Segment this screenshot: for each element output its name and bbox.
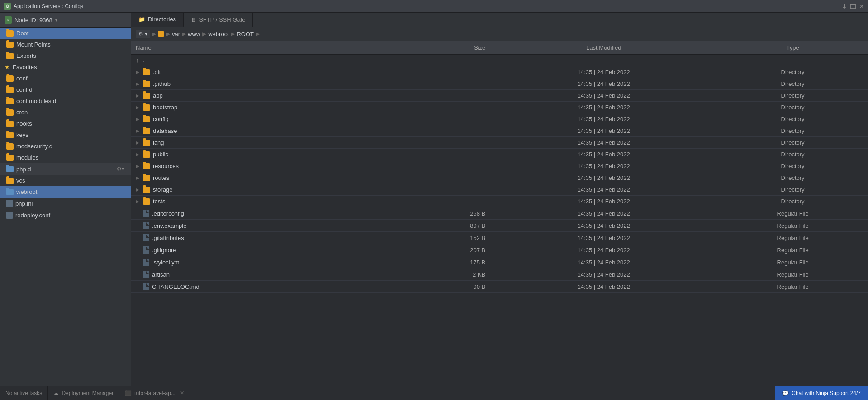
deployment-manager-button[interactable]: ☁ Deployment Manager: [48, 386, 119, 400]
file-size: 2 KB: [400, 268, 490, 281]
table-row[interactable]: .styleci.yml175 B14:35 | 24 Feb 2022Regu…: [131, 256, 868, 268]
path-webroot[interactable]: webroot: [208, 31, 229, 38]
table-row[interactable]: ▶.github14:35 | 24 Feb 2022Directory: [131, 78, 868, 90]
file-size: [400, 66, 490, 78]
col-type[interactable]: Type: [717, 41, 868, 55]
row-expand-icon[interactable]: ▶: [136, 105, 140, 110]
file-modified: 14:35 | 24 Feb 2022: [490, 78, 717, 90]
sidebar-item-conf[interactable]: conf: [0, 73, 131, 84]
minimize-icon[interactable]: ⬇: [842, 3, 847, 10]
folder-icon: [143, 93, 150, 99]
file-modified: 14:35 | 24 Feb 2022: [490, 102, 717, 113]
path-var[interactable]: var: [172, 31, 180, 38]
path-root[interactable]: ROOT: [237, 31, 254, 38]
tab-directories[interactable]: 📁 Directories: [131, 13, 184, 27]
row-expand-icon[interactable]: ▶: [136, 140, 140, 145]
table-row[interactable]: ▶public14:35 | 24 Feb 2022Directory: [131, 149, 868, 160]
table-row[interactable]: ▶app14:35 | 24 Feb 2022Directory: [131, 90, 868, 102]
table-row[interactable]: CHANGELOG.md90 B14:35 | 24 Feb 2022Regul…: [131, 281, 868, 293]
path-separator: ▶: [166, 31, 170, 37]
tab-label: Directories: [148, 16, 176, 23]
chevron-down-icon: ▾: [55, 18, 57, 23]
sidebar-item-exports[interactable]: Exports: [0, 50, 131, 61]
file-table: Name Size Last Modified Type ↑ ..: [131, 41, 868, 293]
row-expand-icon[interactable]: ▶: [136, 128, 140, 133]
file-size: [400, 184, 490, 196]
sidebar-item-keys[interactable]: keys: [0, 129, 131, 141]
row-expand-icon[interactable]: ▶: [136, 93, 140, 98]
col-name[interactable]: Name: [131, 41, 400, 55]
close-icon[interactable]: ✕: [859, 3, 864, 10]
table-row[interactable]: ▶bootstrap14:35 | 24 Feb 2022Directory: [131, 102, 868, 113]
sidebar-item-vcs[interactable]: vcs: [0, 175, 131, 186]
file-name: artisan: [152, 271, 170, 278]
row-expand-icon[interactable]: ▶: [136, 164, 140, 169]
sidebar-item-cron[interactable]: cron: [0, 107, 131, 118]
row-expand-icon[interactable]: ▶: [136, 70, 140, 75]
path-www[interactable]: www: [188, 31, 200, 38]
table-row[interactable]: ▶database14:35 | 24 Feb 2022Directory: [131, 125, 868, 137]
sidebar-item-modules[interactable]: modules: [0, 152, 131, 163]
file-name: app: [153, 92, 163, 99]
row-expand-icon[interactable]: ▶: [136, 152, 140, 157]
bottom-tab-item[interactable]: ⬛ tutor-laravel-ap... ✕: [119, 386, 190, 400]
table-row[interactable]: artisan2 KB14:35 | 24 Feb 2022Regular Fi…: [131, 268, 868, 281]
table-row[interactable]: .editorconfig258 B14:35 | 24 Feb 2022Reg…: [131, 207, 868, 220]
row-expand-icon[interactable]: ▶: [136, 117, 140, 122]
file-icon: [6, 200, 13, 207]
sidebar-item-mount-points[interactable]: Mount Points: [0, 39, 131, 50]
row-expand-icon[interactable]: ▶: [136, 81, 140, 86]
folder-icon: [6, 178, 14, 184]
star-icon: ★: [5, 64, 10, 71]
table-row[interactable]: ▶.git14:35 | 24 Feb 2022Directory: [131, 66, 868, 78]
sidebar-item-modsecurity-d[interactable]: modsecurity.d: [0, 141, 131, 152]
col-size[interactable]: Size: [400, 41, 490, 55]
node-header[interactable]: N Node ID: 9368 ▾: [0, 13, 131, 28]
table-row[interactable]: ▶lang14:35 | 24 Feb 2022Directory: [131, 137, 868, 149]
tab-sftp-ssh[interactable]: 🖥 SFTP / SSH Gate: [184, 13, 253, 27]
table-row[interactable]: ▶config14:35 | 24 Feb 2022Directory: [131, 113, 868, 125]
row-expand-icon[interactable]: ▶: [136, 175, 140, 180]
row-expand-icon[interactable]: ▶: [136, 187, 140, 192]
table-row[interactable]: .gitignore207 B14:35 | 24 Feb 2022Regula…: [131, 244, 868, 256]
sidebar-item-webroot[interactable]: webroot: [0, 186, 131, 198]
file-modified: 14:35 | 24 Feb 2022: [490, 172, 717, 184]
file-name: database: [153, 127, 177, 134]
folder-icon: [143, 198, 150, 205]
file-size: [400, 160, 490, 172]
chat-support-button[interactable]: 💬 Chat with Ninja Support 24/7: [775, 386, 868, 400]
file-modified: 14:35 | 24 Feb 2022: [490, 256, 717, 268]
sidebar-item-php-d[interactable]: php.d ⚙▾: [0, 163, 131, 175]
sidebar-item-redeploy-conf[interactable]: redeploy.conf: [0, 209, 131, 221]
deployment-label: Deployment Manager: [62, 390, 114, 396]
bottom-tab-close-icon[interactable]: ✕: [180, 390, 184, 396]
folder-icon: [6, 87, 14, 93]
sidebar-item-php-ini[interactable]: php.ini: [0, 198, 131, 209]
file-modified: 14:35 | 24 Feb 2022: [490, 244, 717, 256]
table-row[interactable]: ▶resources14:35 | 24 Feb 2022Directory: [131, 160, 868, 172]
sidebar-item-label: webroot: [16, 188, 126, 195]
row-expand-icon[interactable]: ▶: [136, 199, 140, 204]
tab-icon: ⬛: [125, 390, 132, 396]
file-modified: 14:35 | 24 Feb 2022: [490, 90, 717, 102]
col-modified[interactable]: Last Modified: [490, 41, 717, 55]
table-row[interactable]: .gitattributes152 B14:35 | 24 Feb 2022Re…: [131, 232, 868, 244]
maximize-icon[interactable]: 🗖: [850, 3, 856, 10]
sidebar-item-conf-modules-d[interactable]: conf.modules.d: [0, 95, 131, 107]
file-icon: [143, 283, 149, 290]
table-row[interactable]: ▶routes14:35 | 24 Feb 2022Directory: [131, 172, 868, 184]
sidebar-item-root[interactable]: Root: [0, 28, 131, 39]
path-settings-button[interactable]: ⚙ ▾: [136, 30, 150, 38]
table-row[interactable]: ▶storage14:35 | 24 Feb 2022Directory: [131, 184, 868, 196]
sidebar-item-conf-d[interactable]: conf.d: [0, 84, 131, 95]
table-row-parent[interactable]: ↑ ..: [131, 55, 868, 66]
table-row[interactable]: ▶tests14:35 | 24 Feb 2022Directory: [131, 196, 868, 207]
file-name: .editorconfig: [152, 210, 184, 217]
sidebar-item-label: cron: [16, 109, 126, 116]
sidebar-item-label: Exports: [16, 52, 126, 59]
table-row[interactable]: .env.example897 B14:35 | 24 Feb 2022Regu…: [131, 220, 868, 232]
sidebar-item-hooks[interactable]: hooks: [0, 118, 131, 129]
right-panel: 📁 Directories 🖥 SFTP / SSH Gate ⚙ ▾ ▶ ▶ …: [131, 13, 868, 386]
file-type: Regular File: [717, 207, 868, 220]
gear-icon[interactable]: ⚙▾: [115, 165, 126, 173]
